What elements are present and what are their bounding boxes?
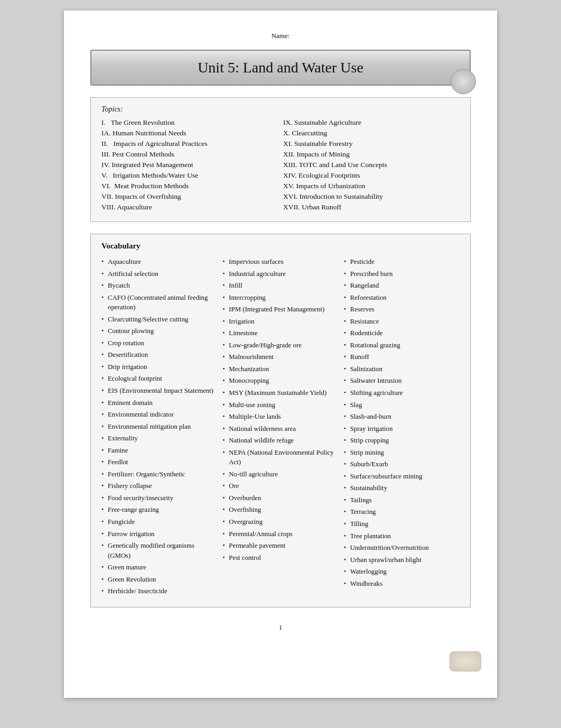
topic-item: XIII. TOTC and Land Use Concepts — [283, 160, 460, 170]
vocab-item: Windbreaks — [344, 578, 460, 590]
corner-decoration — [451, 69, 476, 94]
vocab-item: Drip irrigation — [101, 361, 217, 373]
vocab-item: Perennial/Annual crops — [222, 528, 338, 540]
vocab-col-1: AquacultureArtificial selectionBycatchCA… — [101, 256, 217, 597]
vocab-item: No-till agriculture — [222, 468, 338, 481]
vocab-item: IPM (Integrated Pest Management) — [222, 303, 338, 316]
topic-item: II. Impacts of Agricultural Practices — [101, 139, 278, 149]
vocab-item: Artificial selection — [101, 268, 217, 280]
vocab-col-3: PesticidePrescribed burnRangelandRefores… — [344, 256, 460, 589]
vocab-item: Aquaculture — [101, 256, 217, 268]
topic-item: XIV. Ecological Footprints — [283, 171, 460, 180]
vocab-item: Furrow irrigation — [101, 528, 217, 540]
vocab-item: Environmental indicator — [101, 409, 217, 421]
vocab-item: Overfishing — [222, 504, 338, 516]
topic-item: VIII. Aquaculture — [101, 202, 278, 212]
topic-item: XV. Impacts of Urbanization — [283, 181, 460, 191]
vocab-item: Green Revolution — [101, 574, 217, 586]
vocab-item: Herbicide/ Insecticide — [101, 585, 217, 597]
vocab-item: Clearcutting/Selective cutting — [101, 314, 217, 326]
vocab-item: Sustainability — [344, 482, 460, 494]
vocab-item: Runoff — [344, 351, 460, 363]
vocab-item: Genetically modified organisms (GMOs) — [101, 540, 217, 561]
vocab-item: Rodenticide — [344, 327, 460, 339]
vocab-item: Overgrazing — [222, 516, 338, 528]
vocab-item: Pesticide — [344, 256, 460, 268]
vocab-item: Prescribed burn — [344, 268, 460, 280]
vocab-item: Intercropping — [222, 292, 338, 304]
vocab-item: Desertification — [101, 349, 217, 361]
name-label: Name: — [90, 32, 471, 40]
bottom-corner-decoration — [450, 651, 481, 671]
vocab-item: EIS (Environmental Impact Statement) — [101, 385, 217, 397]
vocab-item: Fishery collapse — [101, 480, 217, 492]
vocab-item: Ecological footprint — [101, 373, 217, 385]
vocab-item: Free-range grazing — [101, 504, 217, 516]
vocab-item: Resistance — [344, 316, 460, 328]
topic-item: III. Pest Control Methods — [101, 150, 278, 159]
topic-item: V. Irrigation Methods/Water Use — [101, 171, 278, 180]
topics-grid: I. The Green RevolutionIX. Sustainable A… — [101, 118, 460, 212]
vocab-item: Fungicide — [101, 516, 217, 528]
vocab-item: Surface/subsurface mining — [344, 471, 460, 483]
vocab-item: National wildlife refuge — [222, 435, 338, 447]
vocab-item: Mechanization — [222, 363, 338, 375]
topic-item: XVII. Urban Runoff — [283, 202, 460, 212]
topic-item: IX. Sustainable Agriculture — [283, 118, 460, 127]
vocab-item: Low-grade/High-grade ore — [222, 339, 338, 352]
vocab-item: Strip cropping — [344, 435, 460, 447]
vocab-item: Saltwater Intrusion — [344, 375, 460, 387]
vocab-item: Waterlogging — [344, 566, 460, 578]
vocab-item: Food security/insecurity — [101, 492, 217, 504]
vocab-item: Crop rotation — [101, 337, 217, 349]
topic-item: I. The Green Revolution — [101, 118, 278, 127]
vocab-item: MSY (Maximum Sustainable Yield) — [222, 387, 338, 399]
vocab-item: Shifting agriculture — [344, 387, 460, 399]
topic-item: IV. Integrated Pest Management — [101, 160, 278, 170]
vocab-item: Eminent domain — [101, 397, 217, 409]
topics-box: Topics: I. The Green RevolutionIX. Susta… — [90, 97, 471, 222]
vocab-item: Multi-use zoning — [222, 399, 338, 411]
topic-item: IA. Human Nutritional Needs — [101, 128, 278, 138]
vocab-item: Urban sprawl/urban blight — [344, 554, 460, 566]
vocab-item: Monocropping — [222, 375, 338, 387]
topic-item: XVI. Introduction to Sustainability — [283, 192, 460, 201]
topic-item: X. Clearcutting — [283, 128, 460, 138]
vocab-item: Tree plantation — [344, 530, 460, 542]
vocab-item: Feedlot — [101, 456, 217, 468]
vocab-item: Famine — [101, 445, 217, 457]
vocab-item: Pest control — [222, 552, 338, 564]
vocab-item: Industrial agriculture — [222, 268, 338, 280]
vocab-item: Multiple-Use lands — [222, 411, 338, 423]
page-title: Unit 5: Land and Water Use — [102, 59, 459, 76]
topic-item: VI. Meat Production Methods — [101, 181, 278, 191]
vocab-item: Permeable pavement — [222, 540, 338, 552]
vocab-item: Irrigation — [222, 316, 338, 328]
vocab-item: Malnourishment — [222, 351, 338, 363]
topic-item: XII. Impacts of Mining — [283, 150, 460, 159]
vocab-item: Strip mining — [344, 447, 460, 459]
vocab-item: Salinization — [344, 363, 460, 375]
vocab-box: Vocabulary AquacultureArtificial selecti… — [90, 234, 471, 607]
topic-item: XI. Sustainable Forestry — [283, 139, 460, 149]
vocab-item: Ore — [222, 480, 338, 492]
vocab-item: Green manure — [101, 561, 217, 574]
vocab-item: Limestone — [222, 327, 338, 339]
vocab-item: Rotational grazing — [344, 339, 460, 352]
vocab-item: Impervious surfaces — [222, 256, 338, 268]
topic-item: VII. Impacts of Overfishing — [101, 192, 278, 201]
vocab-item: CAFO (Concentrated animal feeding operat… — [101, 292, 217, 314]
topics-label: Topics: — [101, 105, 460, 114]
vocab-item: Slag — [344, 399, 460, 411]
vocab-item: Reforestation — [344, 292, 460, 304]
vocab-item: Spray irrigation — [344, 423, 460, 435]
vocab-item: Reserves — [344, 303, 460, 316]
vocab-grid: AquacultureArtificial selectionBycatchCA… — [101, 256, 460, 597]
vocab-item: Contour plowing — [101, 325, 217, 337]
vocab-item: Slash-and-burn — [344, 411, 460, 423]
vocab-item: Undernutrition/Overnutrition — [344, 542, 460, 554]
page: Name: Unit 5: Land and Water Use Topics:… — [64, 11, 497, 698]
vocab-col-2: Impervious surfacesIndustrial agricultur… — [222, 256, 338, 564]
vocab-item: NEPA (National Environmental Policy Act) — [222, 447, 338, 468]
vocab-item: Bycatch — [101, 280, 217, 292]
